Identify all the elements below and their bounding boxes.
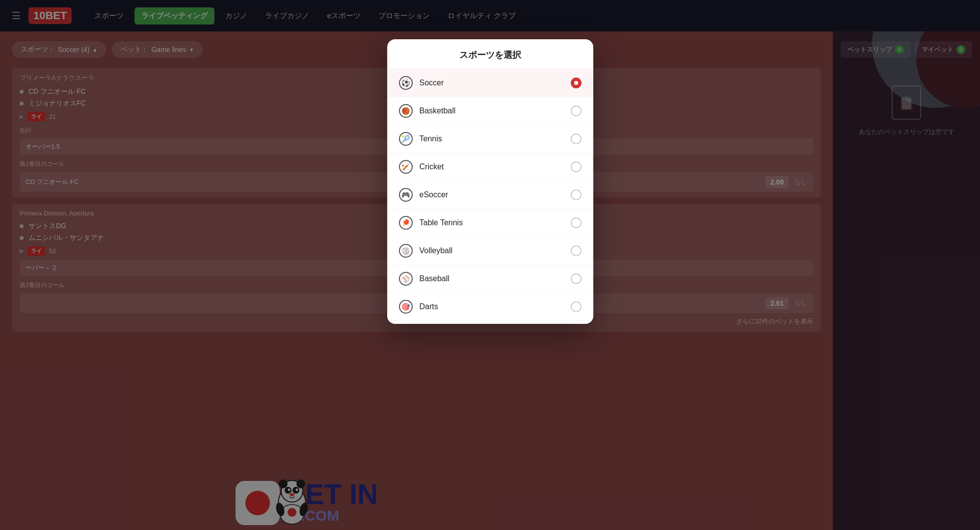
- sport-item-table-tennis[interactable]: 🏓Table Tennis: [387, 209, 593, 237]
- modal-overlay[interactable]: スポーツを選択 ⚽Soccer🏀Basketball🎾Tennis🏏Cricke…: [0, 0, 980, 530]
- baseball-radio[interactable]: [571, 273, 582, 284]
- esoccer-name: eSoccer: [420, 190, 571, 199]
- cricket-radio[interactable]: [571, 161, 582, 172]
- sport-item-darts[interactable]: 🎯Darts: [387, 293, 593, 321]
- sport-item-volleyball[interactable]: 🏐Volleyball: [387, 237, 593, 265]
- darts-name: Darts: [420, 302, 571, 311]
- esoccer-radio[interactable]: [571, 189, 582, 200]
- esoccer-icon: 🎮: [399, 188, 413, 202]
- sport-item-soccer[interactable]: ⚽Soccer: [387, 69, 593, 97]
- volleyball-icon: 🏐: [399, 244, 413, 258]
- cricket-icon: 🏏: [399, 160, 413, 174]
- sport-item-baseball[interactable]: ⚾Baseball: [387, 265, 593, 293]
- modal-title: スポーツを選択: [387, 39, 593, 69]
- table-tennis-radio[interactable]: [571, 217, 582, 228]
- soccer-radio[interactable]: [571, 78, 582, 88]
- volleyball-radio[interactable]: [571, 245, 582, 256]
- basketball-radio[interactable]: [571, 106, 582, 116]
- basketball-name: Basketball: [420, 106, 571, 115]
- baseball-name: Baseball: [420, 274, 571, 283]
- baseball-icon: ⚾: [399, 272, 413, 286]
- tennis-radio[interactable]: [571, 133, 582, 144]
- cricket-name: Cricket: [420, 162, 571, 171]
- soccer-name: Soccer: [420, 79, 571, 87]
- basketball-icon: 🏀: [399, 104, 413, 118]
- sport-item-esoccer[interactable]: 🎮eSoccer: [387, 181, 593, 209]
- tennis-icon: 🎾: [399, 132, 413, 146]
- volleyball-name: Volleyball: [420, 246, 571, 255]
- sport-item-basketball[interactable]: 🏀Basketball: [387, 97, 593, 125]
- sport-item-cricket[interactable]: 🏏Cricket: [387, 153, 593, 181]
- tennis-name: Tennis: [420, 134, 571, 143]
- sport-select-modal: スポーツを選択 ⚽Soccer🏀Basketball🎾Tennis🏏Cricke…: [387, 39, 593, 324]
- darts-radio[interactable]: [571, 301, 582, 312]
- sport-item-futsal[interactable]: ⚽Futsal: [387, 321, 593, 324]
- sport-list: ⚽Soccer🏀Basketball🎾Tennis🏏Cricket🎮eSocce…: [387, 69, 593, 324]
- soccer-icon: ⚽: [399, 76, 413, 90]
- darts-icon: 🎯: [399, 300, 413, 314]
- table-tennis-icon: 🏓: [399, 216, 413, 230]
- table-tennis-name: Table Tennis: [420, 218, 571, 227]
- sport-item-tennis[interactable]: 🎾Tennis: [387, 125, 593, 153]
